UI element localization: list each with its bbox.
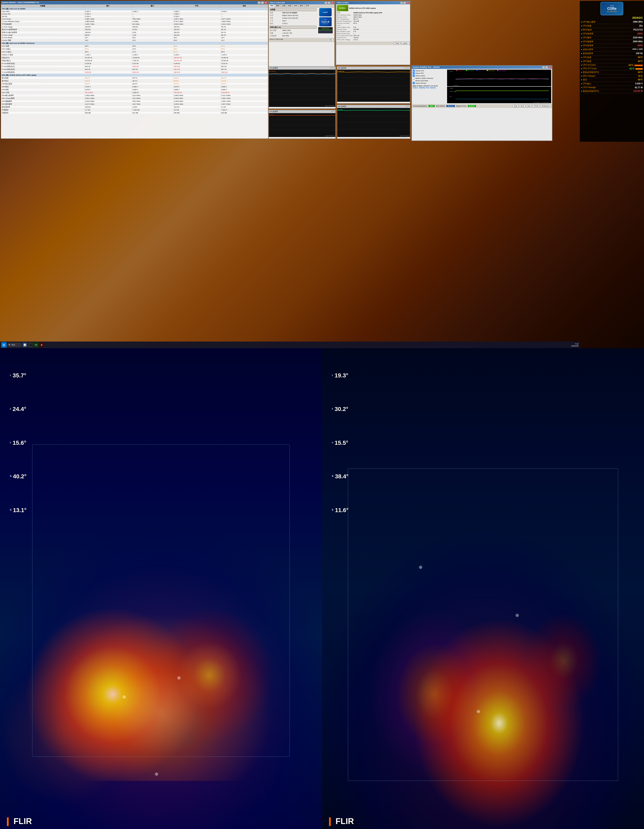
taskbar-aida[interactable]: ⚡ — [39, 342, 44, 347]
cpugraph-title: CPU使用率 — [270, 110, 278, 113]
stress-gpu-check[interactable] — [413, 82, 415, 84]
gpu-window: GPU-Z 2.56.0 _ □ ✕ NVIDIA NVIDIA GeForce… — [336, 1, 410, 65]
sensor-min-cell: 0.782 V — [132, 10, 173, 13]
cpuz-close[interactable]: ✕ — [331, 2, 333, 4]
stress-local-check[interactable] — [413, 80, 415, 82]
stress-memory-check[interactable] — [413, 77, 415, 79]
gpu-titlebar: GPU-Z 2.56.0 _ □ ✕ — [336, 1, 410, 4]
clock-time: 7:14 — [571, 343, 579, 345]
sensor-avg-cell: — — [221, 15, 268, 18]
gpuz-close[interactable]: ✕ — [406, 2, 409, 4]
gpuz-max[interactable]: □ — [403, 2, 406, 4]
table-row: GPU核心使用率2,263.0 MHz213.0 MHz2,400.0 MHz2… — [1, 94, 268, 97]
clear-button[interactable]: Clear — [519, 105, 525, 107]
temp2-val: 24.4° — [13, 406, 26, 412]
gpu-pwr-val: 131.81 W — [633, 90, 643, 93]
preferences-button[interactable]: Preferences — [540, 105, 551, 107]
sensor-current-cell: 60.0 W — [84, 65, 132, 68]
stress-cache-check[interactable] — [413, 75, 415, 77]
cpuz-min[interactable]: _ — [325, 2, 327, 4]
cpuz-max[interactable]: □ — [328, 2, 330, 4]
stability-max[interactable]: □ — [545, 66, 548, 68]
gpuz-min[interactable]: _ — [400, 2, 403, 4]
temp2-num: ² — [10, 407, 11, 412]
stability-min[interactable]: _ — [542, 66, 545, 68]
sensor-min-cell: 2.4% — [132, 34, 173, 36]
core-cell-1 — [319, 29, 323, 31]
sensor-min-cell: 798.0 MHz — [132, 18, 173, 20]
temp3r-num: ³ — [331, 441, 333, 446]
save-button[interactable]: Save — [526, 105, 532, 107]
cpu-volt-val: 0.000 V — [635, 82, 643, 85]
laptop-outline-right — [348, 468, 618, 781]
stop-button[interactable]: Stop — [513, 105, 518, 107]
sensor-max-cell: 1.339 V — [173, 13, 221, 15]
taskbar-cpuz[interactable]: 🖥 — [28, 342, 33, 347]
sensor-avg-cell: 7.302 N — [221, 109, 268, 112]
crosshair2-right: ⊕ — [515, 613, 519, 618]
stability-close[interactable]: ✕ — [548, 66, 551, 68]
validate-button[interactable]: 验证 — [328, 38, 333, 42]
cpu-diagram: 6P+8E Cores — [318, 27, 333, 33]
sensor-avg-cell: 1,877.2 MHz — [221, 18, 268, 20]
vga-eng-label: Video Engine Load — [337, 26, 354, 28]
table-row: C-Core Usage100.0%100.0%100.0%99.7% — [1, 26, 268, 28]
sensor-name-cell: 平均有效频率 — [1, 23, 84, 26]
temp3-num: ³ — [10, 441, 11, 446]
tab-memory[interactable]: 内存 — [287, 4, 293, 7]
sensor-current-cell: 14.0 — [84, 39, 132, 42]
gpuz-reset[interactable]: Reset — [394, 42, 400, 44]
sensor-avg-cell: 63.5°C — [221, 77, 268, 80]
temp2r-num: ² — [331, 407, 333, 412]
sensor-min-cell: 3.000 W — [132, 91, 173, 94]
test-started-value: 00:21:31 — [447, 105, 455, 107]
start-button[interactable]: ⊞ — [1, 342, 6, 348]
cpuz-footer: CPU-Z 2.09.0 x64 验证 — [269, 38, 334, 42]
taskbar-hwinfo[interactable]: 📊 — [22, 342, 27, 347]
gpuz-log[interactable]: Log file... — [401, 42, 410, 44]
sensor-name-cell: Core VIDs — [1, 10, 84, 13]
cpu-usage-row: ● CPU使用率 100% — [581, 32, 643, 36]
tab-cpu[interactable]: CPU — [269, 4, 275, 7]
svg-text:40.797 W: 40.797 W — [269, 71, 275, 72]
sensor-current-cell: 100.0% — [84, 28, 132, 31]
stress-fpu-check[interactable] — [413, 72, 415, 74]
sensor-avg-cell: 73.3°C — [221, 80, 268, 82]
tab-gpu[interactable]: 显卡 — [299, 4, 305, 7]
cpugraph-autofit: Auto Fit Power — [325, 135, 335, 137]
clock-date: 2024/2/5 — [571, 345, 579, 347]
gpu-freq-label: ● GPU复频率 — [581, 40, 593, 43]
table-row: P-Core功耗(动态)60.0 W60.0 W130.0 W60.0 W — [1, 68, 268, 71]
sensor-current-cell: 18.7 — [84, 36, 132, 39]
sensor-max-cell: 2,160.0 MHz — [173, 100, 221, 103]
sensor-max-cell: 8.0 GB — [173, 109, 221, 112]
gpu-render-row: ● 图形处理器(GPU) 64°C — [581, 71, 643, 74]
search-bar[interactable]: 🔍 搜索 — [7, 343, 22, 347]
cpuz-logos: intel® intel Core i9 13th Gen 6P+8E Core… — [317, 8, 334, 37]
sensor-current-cell: 0.675 V — [84, 85, 132, 88]
cpu-logo-container: intel CORe i9 13th Gen — [581, 2, 643, 15]
corespeed-label: 核心速度 — [270, 29, 282, 32]
minimize-button[interactable]: _ — [258, 2, 260, 4]
sensor-max-cell: 130.0 W — [173, 71, 221, 74]
tab-about[interactable]: 关于 — [305, 4, 311, 7]
gpu-vddcr-label: VDDCR CPU — [337, 37, 354, 39]
maximize-button[interactable]: □ — [261, 2, 264, 4]
sensor-name-cell: C-Core Effective Clocks — [1, 20, 84, 23]
temp5-left: ⁵ 13.1° — [10, 507, 27, 514]
stress-cpu-check[interactable] — [413, 69, 415, 72]
sensor-current-cell: 2,010.0 MHz — [84, 100, 132, 103]
cpuz-main-info: 处理器 名称 Intel Core i9-13900H 代号 Raptor La… — [270, 8, 317, 37]
tab-spd[interactable]: SPD — [293, 4, 299, 7]
taskbar-gpu[interactable]: 🎮 — [33, 342, 39, 347]
cpu-gt-row: ● CPU GT Cores 61°C — [581, 67, 643, 71]
close-button[interactable]: ✕ — [264, 2, 267, 4]
core-i9-text: Core i9 — [322, 20, 329, 23]
cpuid-button[interactable]: CPUID — [532, 105, 540, 107]
sensor-min-cell: 7.448 GB — [132, 109, 173, 112]
corespeed-value: 1865.1 MHz — [282, 29, 317, 32]
tab-mainboard[interactable]: 主板 — [281, 4, 287, 7]
tab-cache[interactable]: 缓存 — [275, 4, 281, 7]
sensor-max-cell: 65.6°C — [173, 77, 221, 80]
gpugraph-titlebar: GPU使用率 1,304.0 — [337, 67, 410, 69]
